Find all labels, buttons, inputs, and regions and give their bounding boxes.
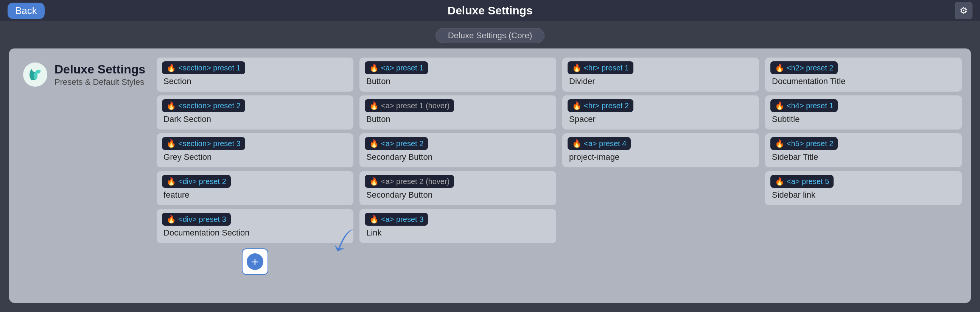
flame-icon: 🔥 (167, 177, 176, 186)
preset-item-col2-5[interactable]: 🔥<a> preset 3Link (360, 209, 556, 243)
badge-text: <section> preset 2 (178, 102, 241, 110)
preset-label-col4-1: Documentation Title (770, 76, 956, 86)
preset-badge-col3-3: 🔥<a> preset 4 (568, 137, 631, 150)
flame-icon: 🔥 (775, 63, 784, 72)
preset-badge-col3-2: 🔥<hr> preset 2 (568, 99, 633, 112)
flame-icon: 🔥 (572, 101, 582, 110)
badge-text: <a> preset 1 (381, 64, 423, 72)
arrow-indicator (323, 226, 361, 256)
preset-item-col2-3[interactable]: 🔥<a> preset 2Secondary Button (360, 133, 556, 167)
preset-label-col1-5: Documentation Section (162, 228, 348, 238)
preset-item-col4-2[interactable]: 🔥<h4> preset 1Subtitle (765, 96, 962, 129)
preset-label-col4-2: Subtitle (770, 115, 956, 124)
preset-badge-col2-3: 🔥<a> preset 2 (365, 137, 428, 150)
preset-badge-col2-4: 🔥<a> preset 2 (hover) (365, 175, 454, 188)
preset-badge-col4-1: 🔥<h2> preset 2 (770, 61, 838, 74)
preset-badge-col2-5: 🔥<a> preset 3 (365, 213, 428, 226)
flame-icon: 🔥 (369, 215, 379, 224)
preset-label-col4-4: Sidebar link (770, 190, 956, 200)
flame-icon: 🔥 (167, 101, 176, 110)
preset-label-col3-1: Divider (568, 76, 754, 86)
preset-label-col3-2: Spacer (568, 115, 754, 124)
titlebar: Back Deluxe Settings ⚙ (0, 0, 980, 21)
badge-text: <a> preset 4 (584, 139, 626, 148)
preset-column-2: 🔥<a> preset 1Button🔥<a> preset 1 (hover)… (360, 57, 556, 294)
badge-text: <div> preset 2 (178, 177, 226, 186)
preset-item-col4-1[interactable]: 🔥<h2> preset 2Documentation Title (765, 57, 962, 92)
preset-badge-col1-5: 🔥<div> preset 3 (162, 213, 231, 226)
badge-text: <h2> preset 2 (787, 64, 833, 72)
preset-item-col2-4[interactable]: 🔥<a> preset 2 (hover)Secondary Button (360, 171, 556, 205)
flame-icon: 🔥 (167, 63, 176, 72)
preset-item-col4-4[interactable]: 🔥<a> preset 5Sidebar link (765, 171, 962, 205)
preset-column-1: 🔥<section> preset 1Section🔥<section> pre… (157, 57, 353, 294)
app-window: Back Deluxe Settings ⚙ Deluxe Settings (… (0, 0, 980, 312)
badge-text: <hr> preset 2 (584, 102, 629, 110)
preset-item-col1-3[interactable]: 🔥<section> preset 3Grey Section (157, 133, 353, 167)
flame-icon: 🔥 (775, 101, 784, 110)
back-button[interactable]: Back (8, 3, 45, 19)
preset-item-col1-4[interactable]: 🔥<div> preset 2feature (157, 171, 353, 205)
badge-text: <a> preset 5 (787, 177, 829, 186)
preset-item-col2-1[interactable]: 🔥<a> preset 1Button (360, 57, 556, 92)
section-pill: Deluxe Settings (Core) (436, 28, 545, 43)
preset-badge-col4-4: 🔥<a> preset 5 (770, 175, 834, 188)
preset-label-col2-5: Link (365, 228, 551, 238)
preset-badge-col3-1: 🔥<hr> preset 1 (568, 61, 633, 74)
logo-icon (22, 61, 48, 88)
flame-icon: 🔥 (369, 63, 379, 72)
badge-text: <section> preset 3 (178, 139, 241, 148)
badge-text: <a> preset 1 (hover) (381, 102, 450, 110)
preset-item-col1-1[interactable]: 🔥<section> preset 1Section (157, 57, 353, 92)
gear-icon: ⚙ (959, 5, 968, 16)
preset-column-3: 🔥<hr> preset 1Divider🔥<hr> preset 2Space… (562, 57, 759, 294)
logo-subtitle: Presets & Default Styles (54, 77, 145, 87)
logo-title: Deluxe Settings (54, 62, 145, 76)
badge-text: <h5> preset 2 (787, 139, 833, 148)
preset-column-4: 🔥<h2> preset 2Documentation Title🔥<h4> p… (765, 57, 962, 294)
badge-text: <a> preset 2 (381, 139, 423, 148)
preset-label-col1-4: feature (162, 190, 348, 200)
plus-icon: + (247, 253, 263, 270)
logo-text: Deluxe Settings Presets & Default Styles (54, 62, 145, 87)
flame-icon: 🔥 (775, 139, 784, 148)
preset-label-col2-2: Button (365, 115, 551, 124)
preset-item-col3-2[interactable]: 🔥<hr> preset 2Spacer (562, 96, 759, 129)
preset-label-col3-3: project-image (568, 152, 754, 162)
preset-label-col1-1: Section (162, 76, 348, 86)
preset-badge-col1-3: 🔥<section> preset 3 (162, 137, 245, 150)
preset-badge-col4-2: 🔥<h4> preset 1 (770, 99, 838, 112)
flame-icon: 🔥 (369, 101, 379, 110)
flame-icon: 🔥 (775, 177, 784, 186)
preset-badge-col2-2: 🔥<a> preset 1 (hover) (365, 99, 454, 112)
preset-label-col2-1: Button (365, 76, 551, 86)
preset-item-col3-3[interactable]: 🔥<a> preset 4project-image (562, 133, 759, 167)
preset-grid: 🔥<section> preset 1Section🔥<section> pre… (157, 57, 962, 294)
badge-text: <div> preset 3 (178, 215, 226, 224)
preset-badge-col4-3: 🔥<h5> preset 2 (770, 137, 838, 150)
preset-label-col4-3: Sidebar Title (770, 152, 956, 162)
preset-badge-col2-1: 🔥<a> preset 1 (365, 61, 428, 74)
badge-text: <hr> preset 1 (584, 64, 629, 72)
flame-icon: 🔥 (167, 215, 176, 224)
preset-item-col3-1[interactable]: 🔥<hr> preset 1Divider (562, 57, 759, 92)
main-content: Deluxe Settings (Core) Deluxe Settings P… (0, 21, 980, 312)
logo-area: Deluxe Settings Presets & Default Styles (22, 61, 145, 88)
content-area: Deluxe Settings Presets & Default Styles… (9, 48, 971, 303)
preset-item-col4-3[interactable]: 🔥<h5> preset 2Sidebar Title (765, 133, 962, 167)
preset-item-col1-2[interactable]: 🔥<section> preset 2Dark Section (157, 96, 353, 129)
preset-badge-col1-4: 🔥<div> preset 2 (162, 175, 231, 188)
window-title: Deluxe Settings (447, 4, 532, 17)
flame-icon: 🔥 (369, 177, 379, 186)
badge-text: <a> preset 2 (hover) (381, 177, 450, 186)
flame-icon: 🔥 (572, 139, 582, 148)
section-header: Deluxe Settings (Core) (9, 28, 971, 43)
flame-icon: 🔥 (167, 139, 176, 148)
preset-badge-col1-1: 🔥<section> preset 1 (162, 61, 245, 74)
preset-label-col1-3: Grey Section (162, 152, 348, 162)
logo-panel: Deluxe Settings Presets & Default Styles (18, 57, 149, 294)
preset-label-col2-3: Secondary Button (365, 152, 551, 162)
gear-button[interactable]: ⚙ (955, 2, 972, 19)
add-preset-button[interactable]: + (242, 248, 268, 275)
preset-item-col2-2[interactable]: 🔥<a> preset 1 (hover)Button (360, 96, 556, 129)
